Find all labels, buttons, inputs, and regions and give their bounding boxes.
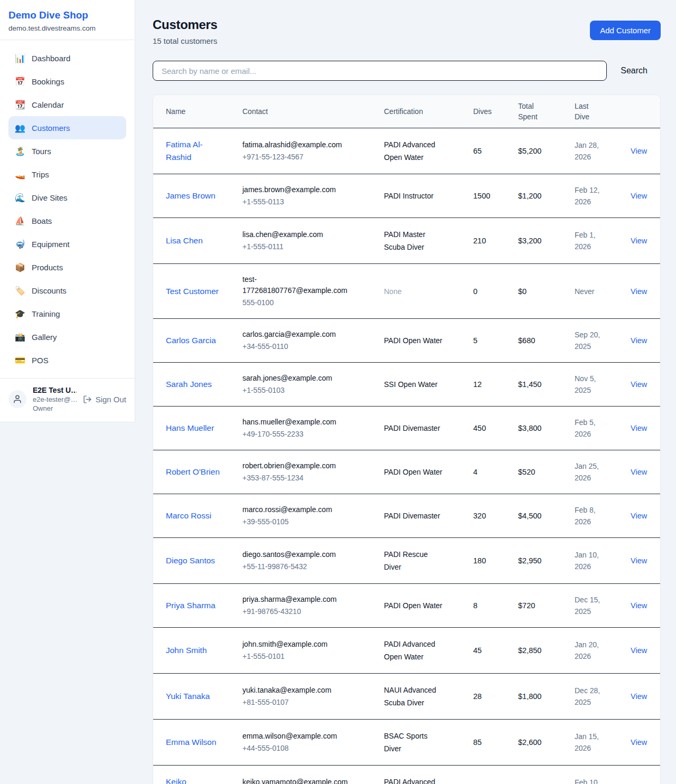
sidebar-item-calendar[interactable]: 📆 Calendar: [8, 93, 126, 116]
column-header-total-spent: Total Spent: [518, 95, 575, 128]
search-input[interactable]: [153, 61, 607, 81]
add-customer-button[interactable]: Add Customer: [590, 21, 661, 40]
customer-name-link[interactable]: Robert O'Brien: [166, 466, 220, 478]
customer-phone: +39-555-0105: [242, 516, 356, 527]
view-customer-link[interactable]: View: [631, 336, 647, 345]
customer-phone: +55-11-99876-5432: [242, 561, 356, 572]
sidebar-item-dashboard[interactable]: 📊 Dashboard: [8, 46, 126, 70]
customer-name-link[interactable]: Test Customer: [166, 285, 219, 298]
customer-last-dive: Jan 10, 2026: [575, 551, 599, 571]
customer-phone: +1-555-0111: [242, 241, 356, 252]
customer-total-spent: $720: [518, 601, 535, 610]
customer-dives: 1500: [473, 192, 490, 200]
sidebar-item-dive-sites[interactable]: 🌊 Dive Sites: [8, 186, 126, 209]
view-customer-link[interactable]: View: [631, 287, 647, 296]
customer-total-spent: $1,200: [518, 192, 541, 200]
customer-dives: 85: [473, 738, 482, 747]
customer-last-dive: Sep 20, 2025: [575, 330, 600, 351]
page-title-block: Customers 15 total customers: [153, 17, 218, 45]
customer-name-link[interactable]: Priya Sharma: [166, 599, 215, 612]
customer-total-spent: $0: [518, 287, 527, 296]
tours-icon: 🏝️: [15, 146, 25, 156]
view-customer-link[interactable]: View: [631, 424, 647, 432]
sidebar-nav: 📊 Dashboard 📅 Bookings 📆 Calendar 👥 Cust…: [0, 40, 135, 377]
table-row: Fatima Al-Rashid fatima.alrashid@example…: [153, 128, 660, 174]
sidebar-item-gallery[interactable]: 📸 Gallery: [8, 325, 126, 348]
customer-count: 15 total customers: [153, 36, 218, 45]
customer-name-link[interactable]: Sarah Jones: [166, 378, 212, 391]
view-customer-link[interactable]: View: [631, 692, 647, 701]
discounts-icon: 🏷️: [15, 286, 25, 296]
sidebar-item-boats[interactable]: ⛵ Boats: [8, 209, 126, 232]
customer-last-dive: Feb 5, 2026: [575, 418, 596, 438]
sidebar-item-customers[interactable]: 👥 Customers: [8, 116, 126, 139]
view-customer-link[interactable]: View: [631, 512, 647, 520]
customer-name-link[interactable]: Carlos Garcia: [166, 334, 216, 347]
customer-total-spent: $3,200: [518, 237, 541, 245]
sidebar-item-training[interactable]: 🎓 Training: [8, 302, 126, 325]
customers-table-card: Name Contact Certification Dives Total S…: [153, 95, 661, 784]
view-customer-link[interactable]: View: [631, 192, 647, 200]
sidebar-item-equipment[interactable]: 🤿 Equipment: [8, 232, 126, 256]
customer-name-link[interactable]: Lisa Chen: [166, 234, 203, 247]
customer-name-link[interactable]: John Smith: [166, 644, 207, 657]
avatar: [8, 390, 26, 408]
view-customer-link[interactable]: View: [631, 556, 647, 565]
sidebar-item-tours[interactable]: 🏝️ Tours: [8, 139, 126, 163]
customer-total-spent: $4,500: [518, 512, 541, 520]
pos-icon: 💳: [15, 355, 25, 365]
view-customer-link[interactable]: View: [631, 601, 647, 610]
view-customer-link[interactable]: View: [631, 738, 647, 747]
sign-out-icon: [83, 395, 92, 404]
shop-header: Demo Dive Shop demo.test.divestreams.com: [0, 0, 135, 40]
customer-certification: PADI Divemaster: [384, 512, 440, 520]
sidebar-item-label: Gallery: [32, 333, 57, 342]
customer-total-spent: $2,600: [518, 738, 541, 747]
view-customer-link[interactable]: View: [631, 380, 647, 389]
view-customer-link[interactable]: View: [631, 237, 647, 245]
view-customer-link[interactable]: View: [631, 468, 647, 476]
table-row: Emma Wilson emma.wilson@example.com +44-…: [153, 720, 660, 766]
customer-last-dive: Feb 1, 2026: [575, 231, 596, 251]
sidebar-item-bookings[interactable]: 📅 Bookings: [8, 70, 126, 93]
main-content: Customers 15 total customers Add Custome…: [135, 0, 676, 784]
customer-phone: +81-555-0107: [242, 697, 356, 708]
customer-name-link[interactable]: Hans Mueller: [166, 422, 214, 434]
table-row: James Brown james.brown@example.com +1-5…: [153, 174, 660, 218]
customer-name-link[interactable]: Yuki Tanaka: [166, 690, 210, 703]
table-row: Robert O'Brien robert.obrien@example.com…: [153, 450, 660, 494]
customer-name-link[interactable]: Keiko Yamamoto: [166, 776, 221, 784]
shop-domain: demo.test.divestreams.com: [8, 24, 126, 32]
customer-total-spent: $2,850: [518, 646, 541, 655]
sign-out-button[interactable]: Sign Out: [83, 395, 126, 404]
customer-phone: +49-170-555-2233: [242, 429, 356, 440]
customer-name-link[interactable]: James Brown: [166, 190, 215, 202]
customer-certification: BSAC Sports Diver: [384, 732, 427, 753]
sidebar-item-pos[interactable]: 💳 POS: [8, 348, 126, 372]
sidebar-item-label: Tours: [32, 147, 51, 156]
view-customer-link[interactable]: View: [631, 646, 647, 655]
customer-phone: +353-87-555-1234: [242, 473, 356, 484]
customer-name-link[interactable]: Emma Wilson: [166, 736, 217, 749]
table-row: Keiko Yamamoto keiko.yamamoto@example.co…: [153, 766, 660, 784]
sidebar-item-label: Training: [32, 309, 60, 318]
user-role: Owner: [33, 404, 77, 412]
customer-email: hans.mueller@example.com: [242, 417, 356, 428]
sidebar-item-trips[interactable]: 🚤 Trips: [8, 163, 126, 186]
customer-name-link[interactable]: Fatima Al-Rashid: [166, 138, 221, 164]
customer-last-dive: Jan 25, 2026: [575, 462, 599, 482]
search-button[interactable]: Search: [607, 66, 661, 75]
bookings-icon: 📅: [15, 77, 25, 87]
customer-name-link[interactable]: Diego Santos: [166, 554, 215, 567]
view-customer-link[interactable]: View: [631, 147, 647, 155]
column-header-certification: Certification: [384, 95, 473, 128]
customer-email: fatima.alrashid@example.com: [242, 139, 356, 150]
customer-certification: SSI Open Water: [384, 380, 437, 389]
sidebar-item-discounts[interactable]: 🏷️ Discounts: [8, 279, 126, 302]
sidebar: Demo Dive Shop demo.test.divestreams.com…: [0, 0, 135, 422]
user-name: E2E Test U…: [33, 386, 77, 394]
customer-name-link[interactable]: Marco Rossi: [166, 509, 211, 522]
customer-email: priya.sharma@example.com: [242, 594, 356, 605]
sidebar-item-products[interactable]: 📦 Products: [8, 256, 126, 279]
customer-email: lisa.chen@example.com: [242, 229, 356, 240]
